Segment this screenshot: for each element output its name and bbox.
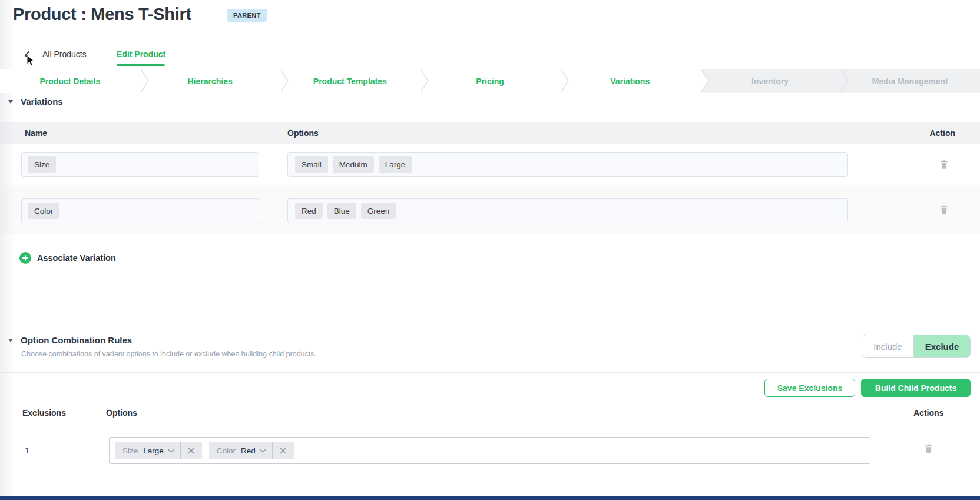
page-title: Product : Mens T-Shirt — [13, 5, 191, 24]
remove-x-icon[interactable] — [273, 448, 294, 454]
option-chip-small[interactable]: Small — [295, 156, 328, 173]
variation-name-chip[interactable]: Size — [28, 156, 56, 173]
option-chip-green[interactable]: Green — [361, 203, 396, 219]
back-chevron-icon[interactable] — [22, 50, 33, 61]
active-tab-underline — [117, 64, 165, 66]
variation-name-input[interactable]: Size — [21, 152, 259, 177]
step-label: Product Templates — [313, 77, 387, 86]
variations-section-header[interactable]: Variations — [8, 97, 63, 107]
column-header-action: Action — [929, 128, 955, 138]
plus-circle-icon — [19, 252, 31, 264]
column-header-name: Name — [25, 128, 47, 138]
parent-badge: PARENT — [227, 9, 267, 22]
exclusion-row-divider — [21, 475, 959, 475]
rules-section-title: Option Combination Rules — [21, 335, 132, 345]
step-media-management[interactable]: Media Management — [840, 69, 980, 93]
chevron-down-icon[interactable] — [260, 449, 266, 453]
variation-options-input[interactable]: SmallMeduimLarge — [287, 152, 848, 177]
include-exclude-toggle: Include Exclude — [862, 335, 971, 358]
trash-icon[interactable] — [940, 205, 948, 214]
option-chip-large[interactable]: Large — [379, 156, 412, 173]
variation-options-input[interactable]: RedBlueGreen — [287, 198, 848, 223]
associate-variation-label: Associate Variation — [37, 253, 116, 263]
option-chip-red[interactable]: Red — [295, 203, 323, 219]
exclusion-index: 1 — [25, 446, 29, 455]
step-label: Variations — [610, 77, 650, 86]
variation-name-input[interactable]: Color — [21, 198, 259, 223]
rules-section-header[interactable]: Option Combination Rules — [8, 335, 132, 345]
bottom-edge-strip — [0, 496, 980, 500]
tab-edit-product[interactable]: Edit Product — [117, 49, 165, 59]
caret-down-icon — [8, 100, 13, 104]
step-pricing[interactable]: Pricing — [420, 69, 560, 93]
variation-name-chip[interactable]: Color — [28, 203, 59, 219]
chevron-down-icon[interactable] — [168, 449, 174, 453]
remove-x-icon[interactable] — [181, 448, 202, 454]
exclude-toggle-button[interactable]: Exclude — [914, 335, 970, 357]
include-toggle-button[interactable]: Include — [862, 335, 914, 357]
save-exclusions-button[interactable]: Save Exclusions — [764, 379, 855, 397]
variations-section-title: Variations — [21, 97, 63, 107]
section-divider — [0, 326, 980, 326]
variation-row-color: ColorRedBlueGreen — [0, 185, 980, 234]
chip-value-label: Red — [236, 446, 256, 455]
tab-bar: All Products Edit Product — [0, 48, 980, 66]
step-label: Media Management — [872, 77, 948, 86]
column-header-options: Options — [287, 128, 319, 138]
steps-bar: Product DetailsHierarchiesProduct Templa… — [0, 69, 980, 93]
trash-icon[interactable] — [925, 444, 933, 453]
step-product-templates[interactable]: Product Templates — [280, 69, 420, 93]
chip-value-label: Large — [138, 446, 164, 455]
step-label: Pricing — [476, 77, 504, 86]
option-chip-blue[interactable]: Blue — [327, 203, 356, 219]
exclusion-chip-size-large: SizeLarge — [115, 442, 202, 459]
step-label: Inventory — [751, 77, 789, 86]
exclusion-chips-input[interactable]: SizeLargeColorRed — [109, 437, 870, 464]
step-product-details[interactable]: Product Details — [0, 69, 140, 93]
build-child-products-button[interactable]: Build Child Products — [861, 379, 971, 397]
step-hierarchies[interactable]: Hierarchies — [140, 69, 280, 93]
rules-subtitle: Choose combinations of variant options t… — [21, 350, 316, 358]
option-chip-meduim[interactable]: Meduim — [333, 156, 374, 173]
rules-divider — [0, 372, 980, 373]
column-header-options: Options — [106, 408, 137, 418]
step-label: Hierarchies — [187, 77, 232, 86]
product-edit-screen: Product : Mens T-Shirt PARENT All Produc… — [0, 0, 980, 500]
exclusion-chip-color-red: ColorRed — [209, 442, 294, 459]
variations-table-header: Name Options Action — [0, 122, 980, 144]
step-inventory[interactable]: Inventory — [700, 69, 840, 93]
column-header-actions: Actions — [913, 408, 943, 418]
exclusions-table-header: Exclusions Options Actions — [0, 402, 980, 423]
variations-rows: SizeSmallMeduimLarge ColorRedBlueGreen — [0, 144, 980, 234]
caret-down-icon — [8, 339, 13, 342]
chip-attribute-label: Color — [209, 446, 236, 455]
associate-variation-button[interactable]: Associate Variation — [19, 252, 116, 264]
tab-all-products[interactable]: All Products — [42, 49, 87, 59]
variation-row-size: SizeSmallMeduimLarge — [0, 144, 980, 185]
column-header-exclusions: Exclusions — [22, 408, 66, 418]
step-variations[interactable]: Variations — [560, 69, 700, 93]
chip-attribute-label: Size — [115, 446, 138, 455]
step-label: Product Details — [40, 77, 101, 86]
exclusion-row: 1SizeLargeColorRed — [0, 423, 980, 475]
trash-icon[interactable] — [940, 160, 948, 169]
